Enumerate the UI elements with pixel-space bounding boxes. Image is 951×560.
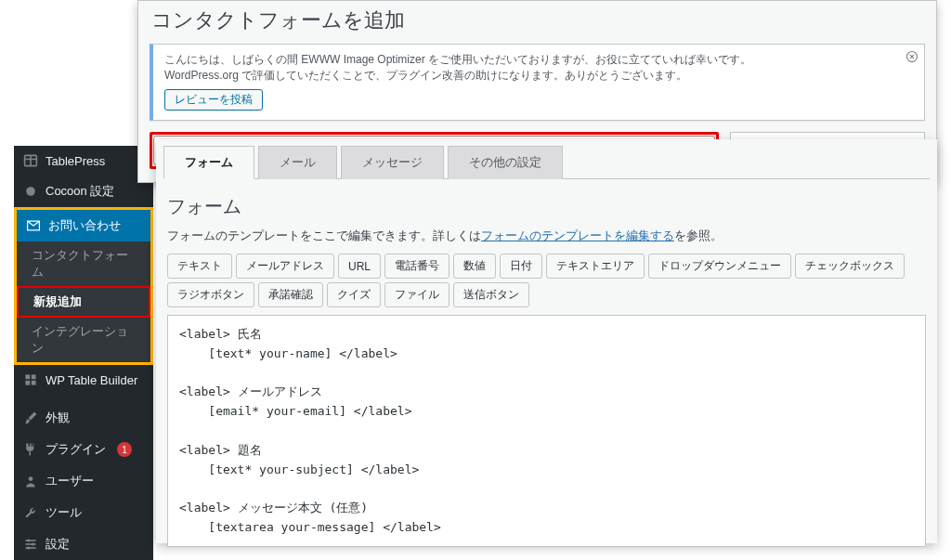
tag-button[interactable]: 日付 — [500, 254, 542, 279]
sidebar-item-label: 外観 — [46, 410, 70, 426]
notice-text-1: こんにちは、しばらくの間 EWWW Image Optimizer をご使用いた… — [164, 52, 896, 68]
sidebar-item-settings[interactable]: 設定 — [14, 528, 153, 560]
notice-text-2: WordPress.org で評価していただくことで、プラグイン改善の助けになり… — [164, 68, 896, 84]
tab-messages[interactable]: メッセージ — [341, 146, 444, 179]
sidebar-item-plugins[interactable]: プラグイン 1 — [14, 434, 153, 465]
tag-button[interactable]: テキストエリア — [546, 254, 645, 279]
sidebar-item-label: プラグイン — [46, 441, 106, 458]
sidebar-item-cocoon[interactable]: Cocoon 設定 — [14, 176, 153, 207]
page-title: コンタクトフォームを追加 — [138, 1, 936, 38]
sidebar-item-label: TablePress — [46, 154, 105, 168]
plug-icon — [23, 442, 38, 457]
sidebar-item-label: 設定 — [46, 536, 70, 553]
editor-panel: フォーム メール メッセージ その他の設定 フォーム フォームのテンプレートをこ… — [156, 139, 937, 543]
form-heading: フォーム — [167, 194, 926, 219]
plugin-update-badge: 1 — [117, 442, 132, 457]
sidebar-item-users[interactable]: ユーザー — [14, 465, 153, 497]
tag-button[interactable]: 数値 — [453, 254, 496, 279]
user-icon — [23, 474, 38, 488]
tag-button[interactable]: チェックボックス — [795, 254, 905, 279]
sidebar-item-label: ツール — [46, 504, 82, 521]
tag-button[interactable]: クイズ — [327, 282, 381, 307]
sidebar-item-tools[interactable]: ツール — [14, 497, 153, 528]
svg-rect-4 — [25, 374, 30, 379]
form-description: フォームのテンプレートをここで編集できます。詳しくはフォームのテンプレートを編集… — [167, 228, 926, 244]
sliders-icon — [23, 537, 38, 552]
grid-icon — [23, 372, 38, 387]
tag-button[interactable]: ファイル — [384, 282, 449, 307]
tag-button[interactable]: ラジオボタン — [167, 282, 254, 307]
admin-sidebar: TablePress Cocoon 設定 お問い合わせ コンタクトフォーム 新規… — [14, 146, 153, 560]
tag-button[interactable]: URL — [338, 254, 381, 279]
sidebar-subitem-contactform[interactable]: コンタクトフォーム — [17, 241, 150, 286]
sidebar-item-label: ユーザー — [46, 473, 94, 489]
svg-rect-7 — [32, 381, 36, 385]
tab-other[interactable]: その他の設定 — [448, 146, 563, 179]
wrench-icon — [23, 505, 38, 520]
svg-point-12 — [27, 539, 30, 541]
mail-icon — [26, 218, 41, 233]
svg-point-3 — [26, 187, 35, 196]
editor-tabs: フォーム メール メッセージ その他の設定 — [163, 145, 930, 179]
svg-point-13 — [32, 542, 34, 545]
dismiss-notice-icon[interactable] — [905, 50, 918, 67]
svg-point-8 — [29, 476, 33, 481]
sidebar-item-wptable[interactable]: WP Table Builder — [14, 365, 153, 395]
sidebar-subitem-new[interactable]: 新規追加 — [17, 286, 150, 318]
tab-mail[interactable]: メール — [258, 146, 337, 179]
svg-rect-6 — [25, 381, 30, 385]
svg-rect-5 — [32, 374, 36, 379]
circle-icon — [23, 184, 38, 199]
sidebar-subitem-integration[interactable]: インテグレーション — [17, 318, 150, 362]
form-section: フォーム フォームのテンプレートをここで編集できます。詳しくはフォームのテンプレ… — [163, 194, 930, 547]
tag-button[interactable]: 電話番号 — [384, 254, 449, 279]
tab-form[interactable]: フォーム — [163, 146, 254, 179]
tag-button[interactable]: メールアドレス — [236, 254, 334, 279]
sidebar-item-label: Cocoon 設定 — [46, 183, 114, 200]
form-template-textarea[interactable]: <label> 氏名 [text* your-name] </label> <l… — [167, 315, 926, 547]
tag-button[interactable]: 承諾確認 — [258, 282, 323, 307]
brush-icon — [23, 410, 38, 425]
sidebar-item-label: お問い合わせ — [48, 217, 121, 234]
sidebar-contact-group: お問い合わせ コンタクトフォーム 新規追加 インテグレーション — [14, 207, 153, 365]
tag-generator-row: テキストメールアドレスURL電話番号数値日付テキストエリアドロップダウンメニュー… — [167, 254, 926, 307]
sidebar-item-tablepress[interactable]: TablePress — [14, 146, 153, 176]
table-icon — [23, 153, 38, 168]
sidebar-item-contact[interactable]: お問い合わせ — [17, 210, 150, 241]
review-button[interactable]: レビューを投稿 — [164, 89, 263, 111]
form-desc-post: を参照。 — [674, 229, 723, 242]
sidebar-item-appearance[interactable]: 外観 — [14, 402, 153, 434]
tag-button[interactable]: テキスト — [167, 254, 232, 279]
tag-button[interactable]: 送信ボタン — [453, 282, 529, 307]
template-docs-link[interactable]: フォームのテンプレートを編集する — [481, 229, 674, 242]
tag-button[interactable]: ドロップダウンメニュー — [648, 254, 791, 279]
form-desc-pre: フォームのテンプレートをここで編集できます。詳しくは — [167, 229, 481, 242]
sidebar-item-label: WP Table Builder — [46, 373, 137, 387]
svg-point-14 — [27, 546, 30, 549]
admin-notice: こんにちは、しばらくの間 EWWW Image Optimizer をご使用いた… — [150, 44, 925, 121]
